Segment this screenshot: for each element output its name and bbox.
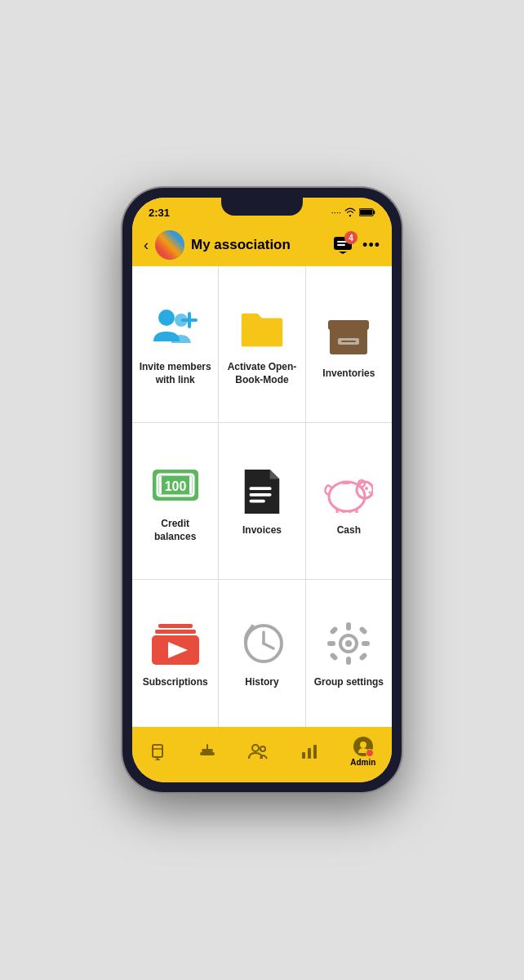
svg-point-59 [252,745,259,751]
wifi-icon [344,207,356,217]
svg-point-60 [260,746,265,751]
svg-rect-6 [337,244,345,246]
admin-icon [353,737,373,756]
sub-icon [151,619,200,668]
chat-button[interactable]: 4 [333,236,353,254]
back-button[interactable]: ‹ [144,237,149,254]
menu-grid: Invite members with link Activate Open-B… [132,266,392,727]
group-settings-label: Group settings [314,676,384,689]
admin-badge [366,749,374,757]
nav-item-food[interactable] [192,739,223,764]
invite-members-label: Invite members with link [139,361,211,386]
svg-rect-49 [359,626,368,635]
svg-text:100: 100 [164,479,186,493]
nav-item-drinks[interactable] [142,739,173,764]
settings-icon [324,619,373,668]
svg-point-43 [345,640,352,647]
phone-frame: 2:31 ···· [122,188,402,792]
invoice-icon [238,467,286,516]
history-label: History [245,676,278,689]
nav-item-members[interactable] [242,739,274,764]
inventories-label: Inventories [322,368,375,381]
svg-rect-23 [250,499,265,502]
header-title: My association [191,237,326,253]
history-icon [238,619,286,668]
members-icon [248,742,268,760]
invite-icon [151,304,200,353]
folder-icon [238,304,286,353]
admin-label: Admin [350,758,375,767]
more-button[interactable]: ••• [362,237,380,254]
svg-point-27 [365,487,368,490]
grid-item-cash[interactable]: Cash [306,423,392,579]
svg-point-28 [369,491,371,493]
svg-rect-11 [242,323,282,346]
svg-rect-44 [346,622,351,630]
header: ‹ My association [132,224,392,266]
grid-item-invoices[interactable]: Invoices [219,423,304,579]
invoices-label: Invoices [242,524,282,537]
svg-point-7 [158,310,175,326]
svg-rect-52 [153,745,162,757]
svg-rect-19 [159,476,162,494]
avatar [155,230,184,260]
cup-icon [149,742,167,760]
svg-point-64 [360,742,366,748]
grid-item-credit-balances[interactable]: 100 Credit balances [132,423,218,579]
grid-item-invite-members[interactable]: Invite members with link [132,266,218,422]
grid-item-history[interactable]: History [219,580,304,727]
svg-rect-45 [346,657,351,665]
svg-rect-13 [328,320,369,330]
svg-rect-2 [360,210,372,215]
battery-icon [359,207,375,217]
svg-rect-62 [308,748,311,759]
archive-icon [324,310,373,359]
svg-rect-21 [250,487,272,490]
header-actions: 4 ••• [333,236,380,254]
notification-badge: 4 [344,231,357,244]
grid-item-open-book[interactable]: Activate Open-Book-Mode [219,266,304,422]
grid-item-subscriptions[interactable]: Subscriptions [132,580,218,727]
svg-rect-47 [362,641,370,646]
svg-rect-29 [342,482,350,484]
avatar-image [155,230,184,260]
cash-label: Cash [337,524,361,537]
nav-item-stats[interactable] [294,739,325,764]
svg-rect-1 [373,211,375,214]
svg-rect-56 [200,752,215,755]
stats-icon [300,742,318,760]
svg-rect-61 [302,752,305,759]
svg-rect-48 [330,626,339,635]
svg-rect-15 [341,341,356,342]
svg-rect-20 [189,476,192,494]
svg-line-40 [264,644,273,648]
bottom-nav: Admin [132,727,392,782]
svg-rect-22 [250,493,272,497]
svg-rect-51 [359,653,368,662]
grid-item-inventories[interactable]: Inventories [306,266,392,422]
open-book-label: Activate Open-Book-Mode [225,361,298,386]
credit-icon: 100 [151,461,200,510]
status-time: 2:31 [149,207,170,219]
food-icon [198,742,216,760]
svg-rect-50 [330,653,339,662]
notch [221,198,303,216]
nav-item-admin[interactable]: Admin [344,733,382,770]
credit-balances-label: Credit balances [139,518,211,543]
subscriptions-label: Subscriptions [143,676,208,689]
svg-rect-34 [158,624,193,628]
svg-rect-35 [155,630,196,634]
svg-rect-63 [313,745,317,759]
svg-rect-46 [327,641,335,646]
piggy-icon [324,467,373,516]
signal-icon: ···· [331,207,341,217]
status-icons: ···· [331,207,375,217]
phone-screen: 2:31 ···· [132,198,392,782]
grid-item-group-settings[interactable]: Group settings [306,580,392,727]
